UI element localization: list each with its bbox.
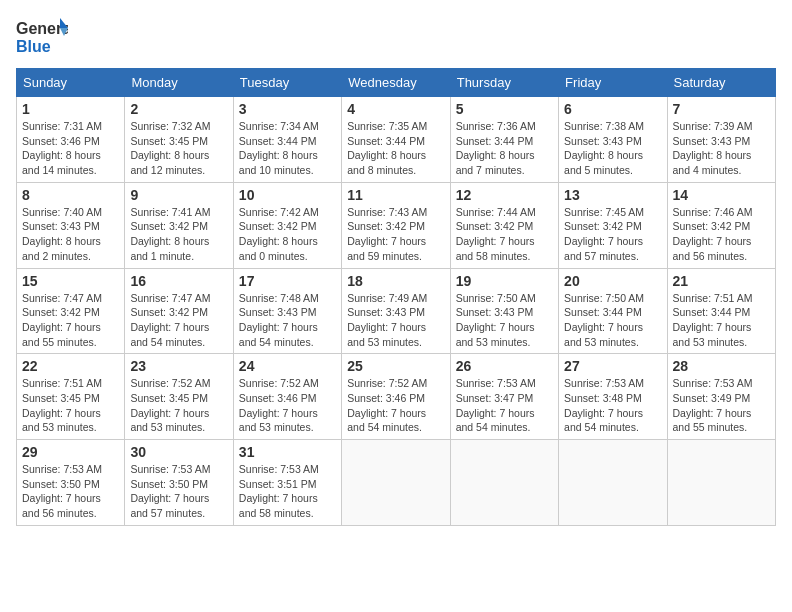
sunset-label: Sunset: 3:42 PM bbox=[673, 220, 751, 232]
col-tuesday: Tuesday bbox=[233, 69, 341, 97]
daylight-label: Daylight: 8 hours and 4 minutes. bbox=[673, 149, 752, 176]
calendar-week-row: 22 Sunrise: 7:51 AM Sunset: 3:45 PM Dayl… bbox=[17, 354, 776, 440]
day-number: 5 bbox=[456, 101, 553, 117]
daylight-label: Daylight: 7 hours and 54 minutes. bbox=[564, 407, 643, 434]
sunrise-label: Sunrise: 7:36 AM bbox=[456, 120, 536, 132]
daylight-label: Daylight: 7 hours and 53 minutes. bbox=[673, 321, 752, 348]
sunrise-label: Sunrise: 7:52 AM bbox=[239, 377, 319, 389]
sunset-label: Sunset: 3:45 PM bbox=[130, 135, 208, 147]
col-friday: Friday bbox=[559, 69, 667, 97]
day-info: Sunrise: 7:50 AM Sunset: 3:44 PM Dayligh… bbox=[564, 291, 661, 350]
daylight-label: Daylight: 8 hours and 7 minutes. bbox=[456, 149, 535, 176]
sunset-label: Sunset: 3:48 PM bbox=[564, 392, 642, 404]
sunrise-label: Sunrise: 7:45 AM bbox=[564, 206, 644, 218]
day-info: Sunrise: 7:35 AM Sunset: 3:44 PM Dayligh… bbox=[347, 119, 444, 178]
table-row: 27 Sunrise: 7:53 AM Sunset: 3:48 PM Dayl… bbox=[559, 354, 667, 440]
sunrise-label: Sunrise: 7:42 AM bbox=[239, 206, 319, 218]
table-row: 4 Sunrise: 7:35 AM Sunset: 3:44 PM Dayli… bbox=[342, 97, 450, 183]
sunrise-label: Sunrise: 7:34 AM bbox=[239, 120, 319, 132]
day-number: 7 bbox=[673, 101, 770, 117]
sunset-label: Sunset: 3:43 PM bbox=[22, 220, 100, 232]
table-row: 15 Sunrise: 7:47 AM Sunset: 3:42 PM Dayl… bbox=[17, 268, 125, 354]
sunset-label: Sunset: 3:46 PM bbox=[22, 135, 100, 147]
daylight-label: Daylight: 8 hours and 14 minutes. bbox=[22, 149, 101, 176]
sunrise-label: Sunrise: 7:47 AM bbox=[130, 292, 210, 304]
sunset-label: Sunset: 3:44 PM bbox=[673, 306, 751, 318]
table-row bbox=[559, 440, 667, 526]
day-number: 18 bbox=[347, 273, 444, 289]
col-monday: Monday bbox=[125, 69, 233, 97]
calendar-week-row: 8 Sunrise: 7:40 AM Sunset: 3:43 PM Dayli… bbox=[17, 182, 776, 268]
table-row: 20 Sunrise: 7:50 AM Sunset: 3:44 PM Dayl… bbox=[559, 268, 667, 354]
daylight-label: Daylight: 7 hours and 54 minutes. bbox=[456, 407, 535, 434]
sunrise-label: Sunrise: 7:53 AM bbox=[456, 377, 536, 389]
sunset-label: Sunset: 3:46 PM bbox=[347, 392, 425, 404]
table-row: 29 Sunrise: 7:53 AM Sunset: 3:50 PM Dayl… bbox=[17, 440, 125, 526]
table-row bbox=[342, 440, 450, 526]
sunset-label: Sunset: 3:44 PM bbox=[347, 135, 425, 147]
sunrise-label: Sunrise: 7:50 AM bbox=[456, 292, 536, 304]
calendar-header-row: Sunday Monday Tuesday Wednesday Thursday… bbox=[17, 69, 776, 97]
daylight-label: Daylight: 7 hours and 53 minutes. bbox=[22, 407, 101, 434]
day-number: 22 bbox=[22, 358, 119, 374]
day-info: Sunrise: 7:44 AM Sunset: 3:42 PM Dayligh… bbox=[456, 205, 553, 264]
calendar-table: Sunday Monday Tuesday Wednesday Thursday… bbox=[16, 68, 776, 526]
daylight-label: Daylight: 7 hours and 55 minutes. bbox=[673, 407, 752, 434]
table-row: 18 Sunrise: 7:49 AM Sunset: 3:43 PM Dayl… bbox=[342, 268, 450, 354]
day-number: 15 bbox=[22, 273, 119, 289]
daylight-label: Daylight: 7 hours and 53 minutes. bbox=[456, 321, 535, 348]
day-number: 24 bbox=[239, 358, 336, 374]
daylight-label: Daylight: 7 hours and 56 minutes. bbox=[673, 235, 752, 262]
sunrise-label: Sunrise: 7:53 AM bbox=[130, 463, 210, 475]
calendar-week-row: 1 Sunrise: 7:31 AM Sunset: 3:46 PM Dayli… bbox=[17, 97, 776, 183]
sunset-label: Sunset: 3:43 PM bbox=[564, 135, 642, 147]
table-row: 24 Sunrise: 7:52 AM Sunset: 3:46 PM Dayl… bbox=[233, 354, 341, 440]
daylight-label: Daylight: 8 hours and 10 minutes. bbox=[239, 149, 318, 176]
sunset-label: Sunset: 3:44 PM bbox=[564, 306, 642, 318]
day-number: 10 bbox=[239, 187, 336, 203]
sunset-label: Sunset: 3:46 PM bbox=[239, 392, 317, 404]
sunset-label: Sunset: 3:43 PM bbox=[239, 306, 317, 318]
day-info: Sunrise: 7:53 AM Sunset: 3:50 PM Dayligh… bbox=[22, 462, 119, 521]
day-info: Sunrise: 7:50 AM Sunset: 3:43 PM Dayligh… bbox=[456, 291, 553, 350]
sunset-label: Sunset: 3:50 PM bbox=[130, 478, 208, 490]
day-info: Sunrise: 7:51 AM Sunset: 3:44 PM Dayligh… bbox=[673, 291, 770, 350]
svg-text:Blue: Blue bbox=[16, 38, 51, 55]
daylight-label: Daylight: 7 hours and 59 minutes. bbox=[347, 235, 426, 262]
logo: General Blue bbox=[16, 16, 68, 58]
sunrise-label: Sunrise: 7:48 AM bbox=[239, 292, 319, 304]
day-number: 11 bbox=[347, 187, 444, 203]
day-info: Sunrise: 7:53 AM Sunset: 3:50 PM Dayligh… bbox=[130, 462, 227, 521]
sunrise-label: Sunrise: 7:51 AM bbox=[22, 377, 102, 389]
daylight-label: Daylight: 7 hours and 54 minutes. bbox=[239, 321, 318, 348]
header: General Blue bbox=[16, 16, 776, 58]
sunrise-label: Sunrise: 7:47 AM bbox=[22, 292, 102, 304]
sunset-label: Sunset: 3:47 PM bbox=[456, 392, 534, 404]
logo-icon: General Blue bbox=[16, 16, 68, 58]
sunrise-label: Sunrise: 7:40 AM bbox=[22, 206, 102, 218]
day-number: 27 bbox=[564, 358, 661, 374]
day-info: Sunrise: 7:41 AM Sunset: 3:42 PM Dayligh… bbox=[130, 205, 227, 264]
sunset-label: Sunset: 3:42 PM bbox=[130, 220, 208, 232]
table-row: 11 Sunrise: 7:43 AM Sunset: 3:42 PM Dayl… bbox=[342, 182, 450, 268]
daylight-label: Daylight: 7 hours and 58 minutes. bbox=[456, 235, 535, 262]
sunset-label: Sunset: 3:44 PM bbox=[239, 135, 317, 147]
day-info: Sunrise: 7:36 AM Sunset: 3:44 PM Dayligh… bbox=[456, 119, 553, 178]
daylight-label: Daylight: 7 hours and 56 minutes. bbox=[22, 492, 101, 519]
daylight-label: Daylight: 7 hours and 54 minutes. bbox=[347, 407, 426, 434]
sunset-label: Sunset: 3:42 PM bbox=[564, 220, 642, 232]
day-info: Sunrise: 7:38 AM Sunset: 3:43 PM Dayligh… bbox=[564, 119, 661, 178]
daylight-label: Daylight: 7 hours and 53 minutes. bbox=[130, 407, 209, 434]
day-number: 9 bbox=[130, 187, 227, 203]
day-number: 21 bbox=[673, 273, 770, 289]
table-row: 23 Sunrise: 7:52 AM Sunset: 3:45 PM Dayl… bbox=[125, 354, 233, 440]
sunrise-label: Sunrise: 7:51 AM bbox=[673, 292, 753, 304]
sunset-label: Sunset: 3:42 PM bbox=[456, 220, 534, 232]
table-row: 21 Sunrise: 7:51 AM Sunset: 3:44 PM Dayl… bbox=[667, 268, 775, 354]
day-info: Sunrise: 7:52 AM Sunset: 3:46 PM Dayligh… bbox=[347, 376, 444, 435]
day-number: 20 bbox=[564, 273, 661, 289]
daylight-label: Daylight: 7 hours and 55 minutes. bbox=[22, 321, 101, 348]
day-info: Sunrise: 7:34 AM Sunset: 3:44 PM Dayligh… bbox=[239, 119, 336, 178]
daylight-label: Daylight: 8 hours and 8 minutes. bbox=[347, 149, 426, 176]
daylight-label: Daylight: 7 hours and 53 minutes. bbox=[347, 321, 426, 348]
